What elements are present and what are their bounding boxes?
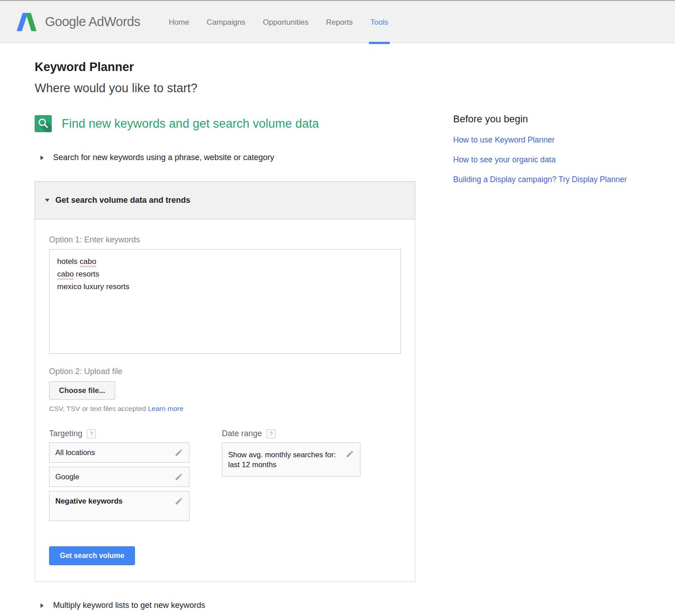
- keyword-line: mexico luxury resorts: [57, 281, 393, 293]
- targeting-network-box[interactable]: Google: [49, 467, 189, 487]
- targeting-negative-keywords-box[interactable]: Negative keywords: [49, 491, 189, 521]
- edit-pencil-icon[interactable]: [175, 473, 183, 481]
- choose-file-button[interactable]: Choose file...: [49, 381, 115, 400]
- search-volume-panel: Get search volume data and trends Option…: [35, 181, 415, 582]
- targeting-label-row: Targeting ?: [49, 429, 189, 438]
- targeting-label: Targeting: [49, 429, 82, 438]
- daterange-column: Date range ? Show avg. monthly searches …: [222, 429, 360, 521]
- daterange-label: Date range: [222, 429, 262, 438]
- get-search-volume-button[interactable]: Get search volume: [49, 546, 135, 565]
- sidebar-link-how-to-use-keyword-planner[interactable]: How to use Keyword Planner: [453, 135, 665, 145]
- keyword-line: cabo resorts: [57, 268, 393, 281]
- targeting-help-icon[interactable]: ?: [87, 429, 96, 438]
- option2-label: Option 2: Upload file: [49, 367, 401, 376]
- page-subtitle: Where would you like to start?: [35, 81, 415, 95]
- targeting-daterange-row: Targeting ? All locations Google Negativ…: [49, 429, 401, 521]
- daterange-value: Show avg. monthly searches for: last 12 …: [228, 450, 336, 469]
- collapsed-multiply-keywords[interactable]: Multiply keyword lists to get new keywor…: [35, 601, 415, 610]
- option1-label: Option 1: Enter keywords: [49, 235, 401, 245]
- find-keywords-heading-label: Find new keywords and get search volume …: [62, 117, 319, 131]
- misspelled-word: cabo: [80, 257, 96, 266]
- keywords-textarea[interactable]: hotels cabocabo resortsmexico luxury res…: [49, 249, 401, 354]
- sidebar-title: Before you begin: [453, 113, 665, 125]
- top-navigation: Google AdWords Home Campaigns Opportunit…: [0, 0, 675, 43]
- targeting-network-value: Google: [55, 473, 79, 481]
- before-you-begin-sidebar: Before you begin How to use Keyword Plan…: [453, 113, 665, 184]
- targeting-locations-value: All locations: [55, 448, 95, 457]
- adwords-brand[interactable]: Google AdWords: [16, 12, 140, 32]
- nav-item-campaigns[interactable]: Campaigns: [207, 1, 245, 44]
- keyword-text: resorts: [74, 270, 99, 278]
- negative-keywords-value: Negative keywords: [55, 497, 122, 505]
- keyword-line: hotels cabo: [57, 255, 393, 268]
- nav-item-tools[interactable]: Tools: [370, 1, 388, 44]
- file-note: CSV, TSV or text files acceptedLearn mor…: [49, 405, 401, 413]
- panel-body: Option 1: Enter keywords hotels cabocabo…: [35, 219, 415, 582]
- page-title: Keyword Planner: [35, 60, 415, 74]
- targeting-locations-box[interactable]: All locations: [49, 442, 189, 463]
- nav-item-tools-label: Tools: [370, 18, 388, 27]
- daterange-help-icon[interactable]: ?: [266, 429, 275, 438]
- find-keywords-section-heading: Find new keywords and get search volume …: [35, 115, 415, 132]
- brand-name: Google AdWords: [45, 14, 140, 29]
- keyword-text: mexico luxury resorts: [57, 282, 130, 291]
- chevron-down-icon: [45, 199, 50, 202]
- collapsed-multiply-keywords-label: Multiply keyword lists to get new keywor…: [53, 601, 205, 610]
- learn-more-link[interactable]: Learn more: [148, 405, 183, 412]
- chevron-right-icon: [40, 156, 44, 160]
- main-content: Keyword Planner Where would you like to …: [35, 60, 415, 610]
- active-tab-underline: [369, 42, 390, 44]
- collapsed-search-new-keywords-label: Search for new keywords using a phrase, …: [53, 153, 274, 162]
- adwords-logo-icon: [16, 12, 38, 32]
- daterange-label-row: Date range ?: [222, 429, 360, 438]
- edit-pencil-icon[interactable]: [175, 448, 183, 457]
- sidebar-link-how-to-see-organic-data[interactable]: How to see your organic data: [453, 155, 665, 165]
- edit-pencil-icon[interactable]: [175, 497, 183, 505]
- daterange-box[interactable]: Show avg. monthly searches for: last 12 …: [222, 442, 360, 477]
- chevron-right-icon: [40, 603, 44, 608]
- panel-header-label: Get search volume data and trends: [55, 196, 190, 205]
- main-menu: Home Campaigns Opportunities Reports Too…: [169, 1, 388, 44]
- sidebar-link-try-display-planner[interactable]: Building a Display campaign? Try Display…: [453, 175, 665, 184]
- targeting-column: Targeting ? All locations Google Negativ…: [49, 429, 189, 521]
- collapsed-search-new-keywords[interactable]: Search for new keywords using a phrase, …: [35, 153, 415, 162]
- search-icon: [35, 115, 52, 132]
- nav-item-home[interactable]: Home: [169, 1, 189, 44]
- nav-item-reports[interactable]: Reports: [326, 1, 353, 44]
- file-note-text: CSV, TSV or text files accepted: [49, 405, 146, 412]
- keyword-text: hotels: [57, 257, 80, 266]
- panel-header[interactable]: Get search volume data and trends: [35, 181, 415, 219]
- edit-pencil-icon[interactable]: [346, 450, 354, 458]
- nav-item-opportunities[interactable]: Opportunities: [263, 1, 308, 44]
- misspelled-word: cabo: [57, 270, 74, 278]
